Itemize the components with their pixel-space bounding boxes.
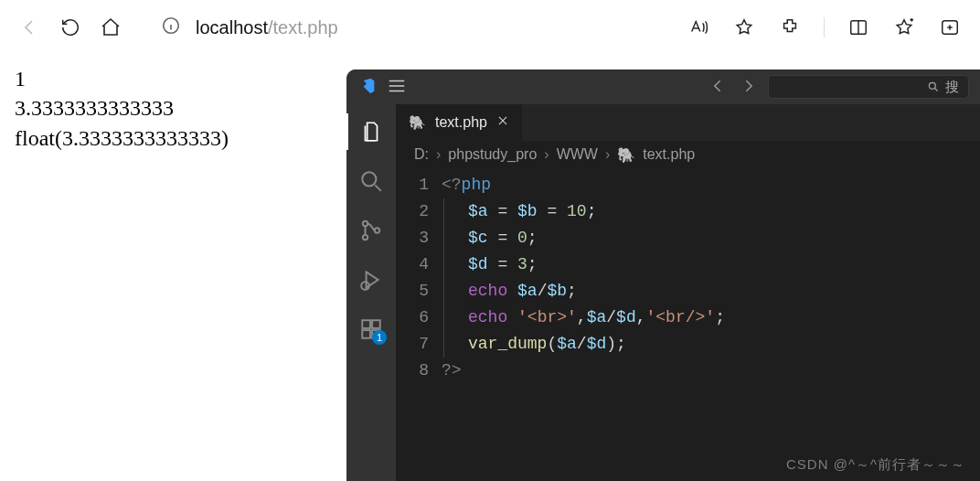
search-icon[interactable] xyxy=(358,168,384,194)
svg-line-16 xyxy=(375,185,381,191)
extensions-badge: 1 xyxy=(372,330,387,345)
hamburger-menu-icon[interactable] xyxy=(387,76,407,99)
vscode-search-box[interactable]: 搜 xyxy=(768,75,969,99)
refresh-button[interactable] xyxy=(59,16,82,39)
code-lines: <?php $a = $b = 10; $c = 0; $d = 3; echo… xyxy=(442,172,980,384)
site-info-icon[interactable] xyxy=(161,16,181,39)
svg-point-17 xyxy=(363,221,368,226)
close-tab-icon[interactable] xyxy=(496,114,509,131)
nav-back-icon[interactable] xyxy=(709,77,728,98)
code-line: $c = 0; xyxy=(442,225,980,251)
breadcrumb-seg[interactable]: WWW xyxy=(557,146,598,163)
code-line: <?php xyxy=(442,172,980,198)
chevron-right-icon: › xyxy=(436,146,441,163)
source-control-icon[interactable] xyxy=(358,218,384,243)
debug-icon[interactable] xyxy=(358,267,384,293)
editor-area: 🐘 text.php D: › phpstudy_pro › WWW › 🐘 t… xyxy=(396,104,980,481)
svg-point-13 xyxy=(929,82,935,89)
vscode-titlebar: 搜 xyxy=(346,69,980,104)
url-path: /text.php xyxy=(268,17,338,37)
read-aloud-icon[interactable] xyxy=(687,16,710,39)
code-line: echo '<br>',$a/$d,'<br/>'; xyxy=(442,305,980,331)
php-file-icon: 🐘 xyxy=(409,114,426,131)
breadcrumb[interactable]: D: › phpstudy_pro › WWW › 🐘 text.php xyxy=(396,141,980,168)
svg-rect-22 xyxy=(372,320,380,328)
home-button[interactable] xyxy=(99,16,122,39)
chevron-right-icon: › xyxy=(544,146,549,163)
search-placeholder: 搜 xyxy=(945,79,959,96)
url-text: localhost/text.php xyxy=(196,17,338,38)
collections-icon[interactable] xyxy=(892,16,916,39)
back-button[interactable] xyxy=(18,16,42,39)
tab-text-php[interactable]: 🐘 text.php xyxy=(396,104,522,141)
svg-rect-21 xyxy=(362,320,370,328)
svg-line-14 xyxy=(935,89,938,91)
toolbar-divider xyxy=(824,17,825,37)
editor-tabs: 🐘 text.php xyxy=(396,104,980,141)
vscode-logo-icon xyxy=(357,77,376,98)
favorite-icon[interactable] xyxy=(732,16,756,39)
nav-forward-icon[interactable] xyxy=(739,77,757,98)
code-line: $a = $b = 10; xyxy=(442,198,980,225)
breadcrumb-seg[interactable]: D: xyxy=(414,146,429,163)
address-bar[interactable]: localhost/text.php xyxy=(146,9,663,46)
breadcrumb-seg[interactable]: phpstudy_pro xyxy=(448,146,537,163)
chevron-right-icon: › xyxy=(605,146,610,163)
line-gutter: 1 2 3 4 5 6 7 8 xyxy=(396,172,442,384)
svg-point-18 xyxy=(363,235,368,240)
php-file-icon: 🐘 xyxy=(617,146,635,164)
tab-label: text.php xyxy=(435,114,487,131)
toolbar-right xyxy=(687,16,962,39)
svg-point-19 xyxy=(375,228,379,232)
code-line: var_dump($a/$d); xyxy=(442,331,980,358)
code-editor[interactable]: 1 2 3 4 5 6 7 8 <?php $a = $b = 10; $c =… xyxy=(396,168,980,393)
code-line: ?> xyxy=(442,358,980,384)
code-line: $d = 3; xyxy=(442,251,980,278)
code-line: echo $a/$b; xyxy=(442,278,980,305)
split-screen-icon[interactable] xyxy=(847,16,870,39)
vscode-window: 搜 1 🐘 text.p xyxy=(346,69,980,481)
extensions-icon[interactable] xyxy=(778,16,802,39)
new-tab-icon[interactable] xyxy=(938,16,962,39)
explorer-icon[interactable] xyxy=(358,119,384,144)
breadcrumb-file[interactable]: text.php xyxy=(643,146,695,163)
url-host: localhost xyxy=(196,17,268,37)
extensions-panel-icon[interactable]: 1 xyxy=(358,316,384,342)
browser-toolbar: localhost/text.php xyxy=(0,0,980,55)
activity-bar: 1 xyxy=(346,104,396,481)
svg-rect-23 xyxy=(362,330,370,338)
svg-point-15 xyxy=(362,172,376,186)
watermark-text: CSDN @^～^前行者～～～ xyxy=(786,456,965,474)
